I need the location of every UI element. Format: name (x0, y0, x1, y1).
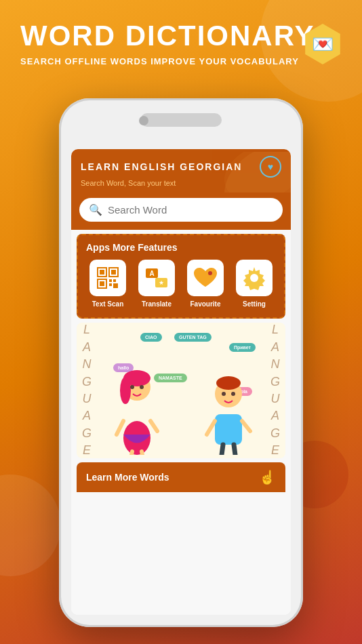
lang-letter-r-l: L (272, 323, 279, 338)
svg-line-27 (142, 451, 145, 455)
language-illustration: CIAO GUTEN TAG Привет hallo NAMASTE hola (100, 326, 262, 455)
svg-rect-3 (100, 270, 104, 275)
svg-point-22 (130, 385, 134, 389)
svg-line-33 (207, 421, 215, 435)
svg-point-17 (250, 274, 258, 282)
svg-rect-28 (215, 414, 242, 445)
phone-notch (140, 113, 222, 127)
lang-letter-r-e: E (271, 443, 279, 458)
feature-text-scan[interactable]: Text Scan (86, 260, 129, 308)
phone-camera (139, 116, 148, 125)
male-character (201, 353, 256, 455)
svg-rect-9 (113, 279, 116, 282)
svg-point-31 (222, 392, 226, 396)
feature-setting[interactable]: Setting (233, 260, 276, 308)
app-bar-title: LEARN ENGLISH GEORGIAN (81, 161, 242, 172)
lang-letter-g2: G (82, 426, 92, 441)
qr-scan-icon (96, 266, 119, 289)
search-bar[interactable]: 🔍 (79, 198, 283, 222)
screen-content: LEARN ENGLISH GEORGIAN ♥ Search Word, Sc… (71, 149, 291, 615)
search-icon: 🔍 (89, 203, 102, 216)
svg-line-24 (117, 421, 123, 435)
learn-more-section[interactable]: Learn More Words ☝ (77, 462, 285, 492)
lang-letter-r-g2: G (270, 426, 280, 441)
translate-icon-box: A ★ (138, 260, 175, 296)
female-character (106, 346, 167, 455)
lang-letter-n: N (83, 357, 92, 372)
svg-line-35 (220, 445, 223, 455)
search-input[interactable] (108, 204, 273, 216)
svg-rect-8 (109, 279, 112, 282)
favourite-label: Favourite (190, 300, 220, 308)
features-title: Apps More Features (86, 242, 276, 253)
header-title: WORD DICTIONARY (20, 20, 342, 52)
lang-letter-r-n: N (270, 357, 279, 372)
app-icon-symbol: 💌 (312, 34, 334, 55)
svg-text:★: ★ (159, 279, 164, 286)
svg-point-30 (216, 376, 241, 390)
lang-letter-r-a2: A (271, 408, 279, 424)
text-scan-label: Text Scan (92, 300, 124, 308)
svg-line-26 (129, 451, 132, 455)
setting-label: Setting (243, 300, 266, 308)
translate-label: Translate (142, 300, 172, 308)
features-section: Apps More Features (77, 234, 285, 319)
lang-letter-l: L (83, 323, 90, 338)
lang-letter-u: U (83, 391, 92, 407)
svg-line-34 (242, 421, 250, 431)
phone-mockup: LEARN ENGLISH GEORGIAN ♥ Search Word, Sc… (59, 98, 303, 627)
language-letters-right: L A N G U A G E (270, 323, 280, 458)
lang-letter-e: E (83, 443, 91, 458)
app-bar-subtitle: Search Word, Scan your text (81, 179, 281, 187)
svg-rect-11 (113, 283, 118, 288)
text-scan-icon-box (89, 260, 126, 296)
favourite-icon-box (187, 260, 224, 296)
app-header-bar: LEARN ENGLISH GEORGIAN ♥ Search Word, Sc… (71, 149, 291, 193)
search-bar-wrapper: 🔍 (71, 193, 291, 230)
features-grid: Text Scan A ★ (86, 260, 276, 308)
lang-letter-a: A (83, 340, 91, 355)
lang-letter-r-a: A (271, 340, 279, 355)
svg-rect-10 (109, 283, 112, 286)
svg-rect-7 (100, 281, 104, 286)
language-section: L A N G U A G E CIAO GUTEN TAG Пр (77, 323, 285, 458)
lang-letter-a2: A (83, 408, 91, 424)
learn-more-icon: ☝ (259, 469, 276, 485)
svg-line-36 (234, 445, 237, 455)
settings-gear-icon (242, 266, 266, 290)
phone-body: LEARN ENGLISH GEORGIAN ♥ Search Word, Sc… (59, 98, 303, 627)
lang-letter-r-u: U (270, 391, 279, 407)
svg-text:A: A (149, 270, 154, 277)
heart-icon: ♥ (268, 161, 273, 172)
svg-point-16 (208, 271, 212, 275)
feature-translate[interactable]: A ★ Translate (135, 260, 178, 308)
bubble-privet: Привет (229, 343, 256, 352)
language-letters-left: L A N G U A G E (82, 323, 92, 458)
setting-icon-box (236, 260, 273, 296)
bubble-ciao: CIAO (140, 333, 162, 342)
header-subtitle: SEARCH OFFLINE WORDS IMPROVE YOUR VOCABU… (20, 56, 342, 68)
header: WORD DICTIONARY SEARCH OFFLINE WORDS IMP… (20, 20, 342, 68)
svg-point-23 (140, 385, 144, 389)
phone-screen: LEARN ENGLISH GEORGIAN ♥ Search Word, Sc… (71, 149, 291, 615)
svg-point-21 (120, 377, 131, 404)
feature-favourite[interactable]: Favourite (184, 260, 227, 308)
translate-icon: A ★ (144, 266, 169, 290)
learn-more-title: Learn More Words (86, 472, 169, 483)
lang-letter-r-g: G (270, 374, 280, 390)
svg-point-32 (231, 392, 235, 396)
bubble-guten-tag: GUTEN TAG (174, 333, 212, 342)
svg-rect-5 (111, 270, 116, 275)
app-header-icon[interactable]: ♥ (260, 156, 281, 178)
lang-letter-g: G (82, 374, 92, 390)
svg-line-25 (150, 421, 157, 431)
heart-favourite-icon (193, 266, 218, 289)
